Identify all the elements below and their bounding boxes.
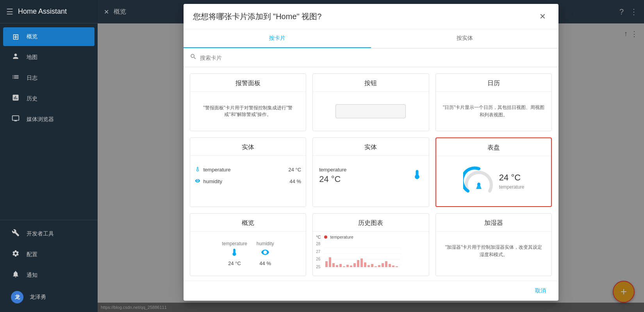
svg-rect-12: [346, 265, 349, 267]
svg-rect-21: [378, 265, 380, 267]
sidebar-item-user[interactable]: 龙 龙泽勇: [3, 286, 95, 308]
card-overview[interactable]: 概览 temperature 24 °C: [190, 213, 307, 276]
card-entity1-preview: temperature 24 °C humidity: [190, 156, 306, 195]
card-calendar-title: 日历: [436, 74, 552, 92]
sidebar-item-overview-label: 概览: [27, 33, 37, 40]
sidebar-bottom: 开发者工具 配置 通知 龙 龙泽勇: [0, 220, 98, 312]
card-button-title: 按钮: [313, 74, 429, 92]
overview-temp-col: temperature 24 °C: [222, 241, 247, 266]
thermometer-icon: [195, 166, 200, 173]
svg-rect-11: [343, 266, 345, 267]
overlay: 您想将哪张卡片添加到 "Home" 视图? ✕ 按卡片 按实体: [98, 0, 644, 312]
sidebar-item-devtools[interactable]: 开发者工具: [3, 224, 95, 243]
card-calendar-preview: "日历"卡片显示一个日历，其包括日视图、周视图和列表视图。: [436, 92, 552, 131]
gauge-visual: 24 °C temperature: [442, 162, 545, 200]
sidebar-item-notify[interactable]: 通知: [3, 266, 95, 285]
dialog-search-area: [184, 48, 558, 67]
gauge-svg-container: [463, 166, 494, 197]
card-alarm[interactable]: 报警面板 "警报面板"卡片用于对警报控制集成进行"警戒"和"解除警戒"操作。: [190, 73, 307, 131]
entity2-row: temperature 24 °C: [319, 167, 423, 184]
history-unit: °C: [316, 235, 321, 239]
search-icon: [190, 53, 197, 62]
entity1-humidity-label: humidity: [203, 178, 222, 184]
card-history-title: 历史图表: [313, 214, 429, 232]
svg-rect-22: [382, 263, 384, 267]
sidebar-item-media-label: 媒体浏览器: [27, 116, 54, 123]
sidebar-item-log[interactable]: 日志: [3, 68, 95, 87]
cancel-button[interactable]: 取消: [529, 284, 552, 298]
cards-grid: 报警面板 "警报面板"卡片用于对警报控制集成进行"警戒"和"解除警戒"操作。 按…: [190, 73, 552, 276]
entity1-temp-label: temperature: [203, 167, 231, 173]
entity2-temp-label: temperature: [319, 167, 346, 173]
main-content: ✕ 概览 ? ⋮ ↑ ⋮ 您想将哪张卡片添加到 "Home" 视图? ✕ 按卡片…: [98, 0, 644, 312]
overview-temp-label: temperature: [222, 241, 247, 246]
svg-rect-25: [392, 266, 394, 267]
card-humidifier-title: 加湿器: [436, 214, 552, 232]
gauge-temperature-value: 24 °C: [499, 173, 524, 183]
media-icon: [11, 114, 20, 124]
card-humidifier[interactable]: 加湿器 "加湿器"卡片用于控制加湿器实体，改变其设定湿度和模式。: [435, 213, 552, 276]
entity2-thermo-icon: [412, 169, 423, 182]
sidebar-item-log-label: 日志: [27, 75, 37, 82]
card-gauge-title: 表盘: [436, 138, 551, 156]
sidebar-item-notify-label: 通知: [27, 272, 37, 279]
card-entity2[interactable]: 实体 temperature 24 °C: [312, 137, 429, 207]
eye-icon: [195, 178, 200, 185]
card-gauge[interactable]: 表盘: [435, 137, 552, 207]
sidebar-item-config[interactable]: 配置: [3, 245, 95, 264]
dialog-title: 您想将哪张卡片添加到 "Home" 视图?: [193, 11, 322, 22]
tab-by-card[interactable]: 按卡片: [184, 29, 371, 48]
sidebar-header: ☰ Home Assistant: [0, 0, 98, 23]
card-button[interactable]: 按钮: [312, 73, 429, 131]
log-icon: [11, 73, 20, 83]
entity1-temp-value: 24 °C: [288, 167, 301, 173]
sidebar-item-history[interactable]: 历史: [3, 89, 95, 108]
menu-icon[interactable]: ☰: [6, 7, 13, 16]
svg-point-1: [477, 183, 480, 186]
map-icon: [11, 52, 20, 62]
gauge-label: temperature: [499, 184, 524, 190]
card-entity1-title: 实体: [190, 138, 306, 156]
devtools-icon: [11, 229, 20, 239]
overview-temp-icon: [230, 248, 239, 259]
svg-rect-15: [357, 260, 359, 267]
entity1-humidity-value: 44 %: [290, 178, 301, 184]
sidebar-item-overview[interactable]: ⊞ 概览: [3, 27, 95, 46]
sidebar-item-map[interactable]: 地图: [3, 48, 95, 67]
history-legend-label: temperature: [330, 235, 353, 239]
alarm-description: "警报面板"卡片用于对警报控制集成进行"警戒"和"解除警戒"操作。: [196, 105, 300, 118]
svg-rect-10: [339, 264, 342, 267]
svg-rect-24: [389, 264, 391, 267]
sidebar-nav: ⊞ 概览 地图 日志 历史 媒体浏览器: [0, 23, 98, 220]
calendar-description: "日历"卡片显示一个日历，其包括日视图、周视图和列表视图。: [442, 104, 546, 119]
card-humidifier-preview: "加湿器"卡片用于控制加湿器实体，改变其设定湿度和模式。: [436, 232, 552, 271]
sidebar-item-history-label: 历史: [27, 95, 37, 102]
sidebar-item-media[interactable]: 媒体浏览器: [3, 110, 95, 129]
dialog-tabs: 按卡片 按实体: [184, 29, 558, 48]
entity2-temp-value: 24 °C: [319, 174, 346, 184]
svg-rect-6: [325, 261, 328, 267]
tab-by-entity[interactable]: 按实体: [371, 29, 558, 48]
overview-humidity-col: humidity 44 %: [257, 241, 274, 266]
dialog-body: 报警面板 "警报面板"卡片用于对警报控制集成进行"警戒"和"解除警戒"操作。 按…: [184, 67, 558, 281]
svg-rect-7: [329, 257, 331, 267]
history-legend-dot: [324, 235, 327, 239]
history-header: °C temperature: [316, 235, 426, 239]
card-calendar[interactable]: 日历 "日历"卡片显示一个日历，其包括日视图、周视图和列表视图。: [435, 73, 552, 131]
notify-icon: [11, 270, 20, 280]
svg-rect-19: [371, 264, 373, 267]
dialog-close-button[interactable]: ✕: [537, 10, 549, 23]
svg-rect-14: [353, 263, 356, 267]
app-title: Home Assistant: [18, 7, 67, 16]
card-entity1[interactable]: 实体 temperature 24 °C: [190, 137, 307, 207]
avatar: 龙: [11, 291, 23, 303]
svg-rect-17: [364, 262, 366, 267]
dialog: 您想将哪张卡片添加到 "Home" 视图? ✕ 按卡片 按实体: [184, 4, 558, 301]
overview-humidity-icon: [261, 248, 269, 259]
svg-rect-16: [360, 259, 363, 267]
search-input[interactable]: [200, 55, 552, 61]
card-alarm-title: 报警面板: [190, 74, 306, 92]
svg-rect-23: [385, 261, 387, 267]
card-history[interactable]: 历史图表 °C temperature 28 27: [312, 213, 429, 276]
sidebar-item-config-label: 配置: [27, 251, 37, 258]
